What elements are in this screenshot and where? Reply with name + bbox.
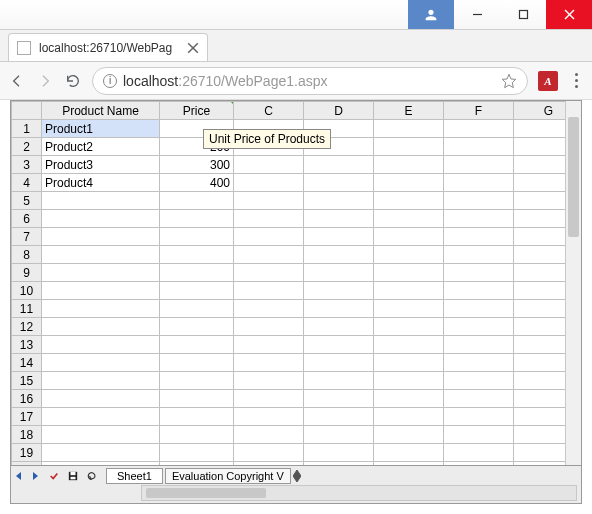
cell[interactable] <box>42 372 160 390</box>
cell[interactable] <box>444 372 514 390</box>
cell[interactable] <box>234 264 304 282</box>
cell[interactable] <box>304 408 374 426</box>
cell[interactable] <box>374 336 444 354</box>
cell[interactable] <box>160 318 234 336</box>
window-maximize-button[interactable] <box>500 0 546 29</box>
cell[interactable] <box>304 156 374 174</box>
row-header[interactable]: 3 <box>12 156 42 174</box>
sheet-tab[interactable]: Sheet1 <box>106 468 163 484</box>
cell[interactable] <box>234 444 304 462</box>
address-bar[interactable]: i localhost:26710/WebPage1.aspx <box>92 67 528 95</box>
cell[interactable] <box>160 408 234 426</box>
cell[interactable] <box>42 228 160 246</box>
cell[interactable] <box>234 300 304 318</box>
cell[interactable] <box>42 300 160 318</box>
tab-nav-prev-button[interactable] <box>12 469 26 483</box>
cell[interactable] <box>234 246 304 264</box>
cell[interactable]: Product4 <box>42 174 160 192</box>
cell[interactable] <box>304 300 374 318</box>
row[interactable]: 6 <box>12 210 583 228</box>
row-header[interactable]: 11 <box>12 300 42 318</box>
cell[interactable] <box>374 354 444 372</box>
cell[interactable] <box>444 300 514 318</box>
cell[interactable] <box>42 354 160 372</box>
row[interactable]: 9 <box>12 264 583 282</box>
cell[interactable] <box>42 210 160 228</box>
back-button[interactable] <box>8 72 26 90</box>
cell[interactable]: Product3 <box>42 156 160 174</box>
cell[interactable] <box>444 426 514 444</box>
cell[interactable] <box>444 264 514 282</box>
cell[interactable] <box>234 390 304 408</box>
cell[interactable] <box>374 228 444 246</box>
cell[interactable] <box>42 426 160 444</box>
cell[interactable] <box>234 336 304 354</box>
cell[interactable] <box>444 318 514 336</box>
cell[interactable] <box>444 408 514 426</box>
cell[interactable] <box>304 390 374 408</box>
row[interactable]: 13 <box>12 336 583 354</box>
cell[interactable] <box>444 120 514 138</box>
row-header[interactable]: 1 <box>12 120 42 138</box>
cell[interactable]: Product2 <box>42 138 160 156</box>
cell[interactable]: 400 <box>160 174 234 192</box>
cell[interactable] <box>374 300 444 318</box>
cell[interactable] <box>234 228 304 246</box>
cell[interactable] <box>42 444 160 462</box>
commit-button[interactable] <box>47 469 61 483</box>
row-header[interactable]: 18 <box>12 426 42 444</box>
chrome-account-button[interactable] <box>408 0 454 29</box>
row-header[interactable]: 15 <box>12 372 42 390</box>
row[interactable]: 10 <box>12 282 583 300</box>
cell[interactable] <box>42 192 160 210</box>
row-header[interactable]: 13 <box>12 336 42 354</box>
cell[interactable] <box>234 408 304 426</box>
row[interactable]: 7 <box>12 228 583 246</box>
cell[interactable] <box>160 228 234 246</box>
cell[interactable] <box>160 264 234 282</box>
row-header[interactable]: 12 <box>12 318 42 336</box>
col-header-B[interactable]: Price <box>160 102 234 120</box>
vertical-scrollbar[interactable] <box>565 101 581 465</box>
cell[interactable]: Product1 <box>42 120 160 138</box>
cell[interactable] <box>444 156 514 174</box>
row-header[interactable]: 6 <box>12 210 42 228</box>
cell[interactable] <box>304 246 374 264</box>
cell[interactable] <box>304 372 374 390</box>
cell[interactable] <box>42 282 160 300</box>
cell[interactable] <box>374 246 444 264</box>
bookmark-star-icon[interactable] <box>501 73 517 89</box>
cell[interactable] <box>304 426 374 444</box>
row[interactable]: 12 <box>12 318 583 336</box>
forward-button[interactable] <box>36 72 54 90</box>
undo-button[interactable] <box>85 469 99 483</box>
cell[interactable] <box>304 228 374 246</box>
row-header[interactable]: 5 <box>12 192 42 210</box>
tab-close-button[interactable] <box>187 42 199 54</box>
cell[interactable] <box>234 156 304 174</box>
cell[interactable] <box>374 120 444 138</box>
row-header[interactable]: 19 <box>12 444 42 462</box>
cell[interactable] <box>374 408 444 426</box>
row-header[interactable]: 17 <box>12 408 42 426</box>
cell[interactable] <box>304 210 374 228</box>
row-header[interactable]: 14 <box>12 354 42 372</box>
cell[interactable] <box>374 282 444 300</box>
cell[interactable] <box>444 444 514 462</box>
cell[interactable] <box>374 444 444 462</box>
row[interactable]: 11 <box>12 300 583 318</box>
tab-scroll-buttons[interactable] <box>293 470 301 482</box>
window-close-button[interactable] <box>546 0 592 29</box>
cell[interactable] <box>160 210 234 228</box>
row[interactable]: 14 <box>12 354 583 372</box>
cell[interactable] <box>374 174 444 192</box>
chrome-menu-button[interactable] <box>568 73 584 88</box>
row-header[interactable]: 9 <box>12 264 42 282</box>
cell[interactable] <box>42 318 160 336</box>
cell[interactable] <box>160 426 234 444</box>
cell[interactable] <box>42 264 160 282</box>
col-header-D[interactable]: D <box>304 102 374 120</box>
row[interactable]: 8 <box>12 246 583 264</box>
cell[interactable] <box>160 282 234 300</box>
cell[interactable] <box>160 390 234 408</box>
